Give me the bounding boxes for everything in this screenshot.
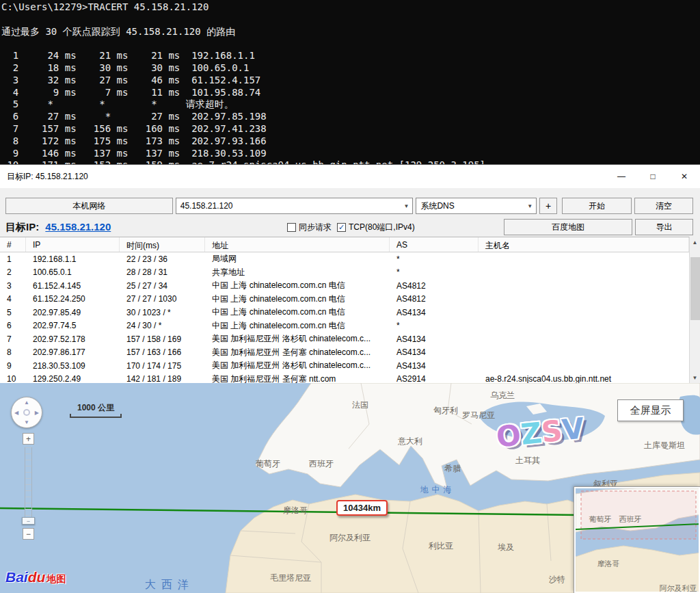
overview-inset-map[interactable]: 葡萄牙西班牙摩洛哥阿尔及利亚 <box>574 487 700 593</box>
table-cell: ae-8.r24.snjsca04.us.bb.gin.ntt.net <box>479 374 689 384</box>
chevron-down-icon[interactable]: ▼ <box>400 203 412 209</box>
zoom-out-button[interactable]: − <box>23 528 34 540</box>
table-cell: 25 / 27 / 34 <box>120 281 205 291</box>
table-cell: * <box>390 267 479 277</box>
table-row[interactable]: 10129.250.2.49142 / 181 / 189美国 加利福尼亚州 圣… <box>0 373 689 384</box>
terminal-window: C:\Users\12279>TRACERT 45.158.21.120通过最多… <box>0 0 700 164</box>
column-header[interactable]: # <box>0 237 26 252</box>
table-cell: 5 <box>0 308 26 317</box>
close-icon[interactable]: ✕ <box>669 165 700 188</box>
export-button[interactable]: 导出 <box>635 219 693 235</box>
sync-request-checkbox[interactable]: 同步请求 <box>287 222 332 233</box>
target-ip-link[interactable]: 45.158.21.120 <box>45 221 111 233</box>
table-cell: 7 <box>0 334 26 344</box>
table-cell: 4 <box>0 294 26 304</box>
terminal-line: 2 18 ms 30 ms 30 ms 100.65.0.1 <box>1 62 700 75</box>
column-header[interactable]: 时间(ms) <box>120 237 205 252</box>
map-label: 大西洋 <box>145 578 194 592</box>
table-scrollbar[interactable]: ▲ ▼ <box>689 237 700 384</box>
column-header[interactable]: 地址 <box>205 237 390 252</box>
baidu-logo[interactable]: Bai du 地图 <box>5 569 66 585</box>
map-label: 地中海 <box>420 484 455 496</box>
target-ip-input[interactable] <box>176 201 401 211</box>
clear-button[interactable]: 清空 <box>634 198 693 214</box>
table-row[interactable]: 461.152.24.25027 / 27 / 1030中国 上海 chinat… <box>0 293 689 306</box>
table-cell: 192.168.1.1 <box>26 254 120 264</box>
add-target-button[interactable]: + <box>539 198 557 214</box>
column-header[interactable]: AS <box>390 237 479 252</box>
zoom-slider-track[interactable] <box>25 447 32 524</box>
table-cell: * <box>390 321 479 330</box>
table-cell: AS4134 <box>390 308 479 317</box>
target-ip-label: 目标IP: <box>5 221 39 233</box>
chevron-down-icon[interactable]: ▼ <box>524 203 536 209</box>
table-cell: AS4134 <box>390 347 479 357</box>
inset-map-label: 摩洛哥 <box>597 559 620 569</box>
target-ip-combobox[interactable]: ▼ <box>176 198 414 214</box>
scrollbar-thumb[interactable] <box>690 257 700 320</box>
map-label: 埃及 <box>498 542 514 553</box>
scroll-down-icon[interactable]: ▼ <box>690 372 700 384</box>
table-cell: 美国 加利福尼亚州 洛杉矶 chinatelecom.c... <box>205 333 390 345</box>
checkbox-checked-icon[interactable]: ✓ <box>337 223 346 232</box>
pan-up-icon[interactable]: ▲ <box>24 399 29 406</box>
table-row[interactable]: 7202.97.52.178157 / 158 / 169美国 加利福尼亚州 洛… <box>0 332 689 346</box>
table-cell: 6 <box>0 321 26 330</box>
table-cell: 30 / 1023 / * <box>120 308 205 317</box>
table-row[interactable]: 8202.97.86.177157 / 163 / 166美国 加利福尼亚州 圣… <box>0 346 689 360</box>
local-network-button[interactable]: 本机网络 <box>5 198 173 214</box>
map-scale-label: 1000 公里 <box>68 402 123 414</box>
dns-select[interactable]: 系统DNS ▼ <box>416 198 537 214</box>
table-cell: 3 <box>0 281 26 291</box>
terminal-line <box>1 38 700 50</box>
table-cell: 中国 上海 chinatelecom.com.cn 电信 <box>205 293 390 305</box>
zoom-in-button[interactable]: + <box>23 433 34 445</box>
table-row[interactable]: 1192.168.1.122 / 23 / 36局域网* <box>0 252 689 266</box>
maximize-icon[interactable]: □ <box>637 165 669 188</box>
table-row[interactable]: 5202.97.85.4930 / 1023 / *中国 上海 chinatel… <box>0 306 689 319</box>
baidu-map[interactable]: 法国匈牙利罗马尼亚乌克兰意大利葡萄牙西班牙希腊土耳其土库曼斯坦叙利亚地中海摩洛哥… <box>0 383 700 593</box>
table-cell: 22 / 23 / 36 <box>120 254 205 264</box>
sub-toolbar: 目标IP: 45.158.21.120 同步请求 ✓ TCP(80端口,IPv4… <box>0 214 700 236</box>
pan-control[interactable]: ▲ ▼ ◀ ▶ <box>11 397 42 428</box>
map-label: 希腊 <box>444 463 461 475</box>
table-cell: 170 / 174 / 175 <box>120 361 205 371</box>
table-row[interactable]: 2100.65.0.128 / 28 / 31共享地址* <box>0 266 689 280</box>
table-cell: 129.250.2.49 <box>26 374 120 384</box>
map-label: 阿尔及利亚 <box>329 532 371 544</box>
table-row[interactable]: 9218.30.53.109170 / 174 / 175美国 加利福尼亚州 洛… <box>0 359 689 373</box>
terminal-line: 4 9 ms 7 ms 11 ms 101.95.88.74 <box>1 87 700 99</box>
tcp-port-label: TCP(80端口,IPv4) <box>349 222 415 233</box>
pan-right-icon[interactable]: ▶ <box>35 410 39 416</box>
table-cell: 61.152.24.250 <box>26 294 120 304</box>
tcp-port-checkbox[interactable]: ✓ TCP(80端口,IPv4) <box>337 222 415 233</box>
terminal-line: 6 27 ms * 27 ms 202.97.85.198 <box>1 111 700 123</box>
terminal-line: 9 146 ms 137 ms 137 ms 218.30.53.109 <box>1 148 700 160</box>
fullscreen-button[interactable]: 全屏显示 <box>617 399 684 421</box>
baidu-logo-du: du <box>28 569 46 585</box>
column-header[interactable]: 主机名 <box>479 237 689 252</box>
inset-canvas <box>576 488 700 593</box>
zoom-slider-thumb[interactable]: − <box>22 517 35 525</box>
pan-left-icon[interactable]: ◀ <box>14 410 18 416</box>
dns-select-value: 系统DNS <box>416 200 524 212</box>
tracer-app-window: 目标IP: 45.158.21.120 — □ ✕ 本机网络 ▼ 系统DNS ▼… <box>0 164 700 383</box>
terminal-line <box>1 14 700 26</box>
checkbox-unchecked-icon[interactable] <box>287 223 296 232</box>
pan-down-icon[interactable]: ▼ <box>24 419 29 425</box>
minimize-icon[interactable]: — <box>606 165 637 188</box>
pan-center-icon[interactable] <box>23 409 30 416</box>
baidu-map-button[interactable]: 百度地图 <box>504 219 632 235</box>
table-cell: 157 / 163 / 166 <box>120 347 205 357</box>
table-row[interactable]: 361.152.4.14525 / 27 / 34中国 上海 chinatele… <box>0 279 689 293</box>
table-row[interactable]: 6202.97.74.524 / 30 / *中国 上海 chinateleco… <box>0 319 689 333</box>
table-cell: AS4812 <box>390 294 479 304</box>
table-cell: 202.97.74.5 <box>26 321 120 330</box>
column-header[interactable]: IP <box>26 237 120 252</box>
start-button[interactable]: 开始 <box>562 198 632 214</box>
scroll-up-icon[interactable]: ▲ <box>690 237 700 248</box>
table-cell: 1 <box>0 254 26 264</box>
table-cell: 27 / 27 / 1030 <box>120 294 205 304</box>
terminal-line: C:\Users\12279>TRACERT 45.158.21.120 <box>1 1 700 14</box>
map-label: 毛里塔尼亚 <box>270 572 311 584</box>
